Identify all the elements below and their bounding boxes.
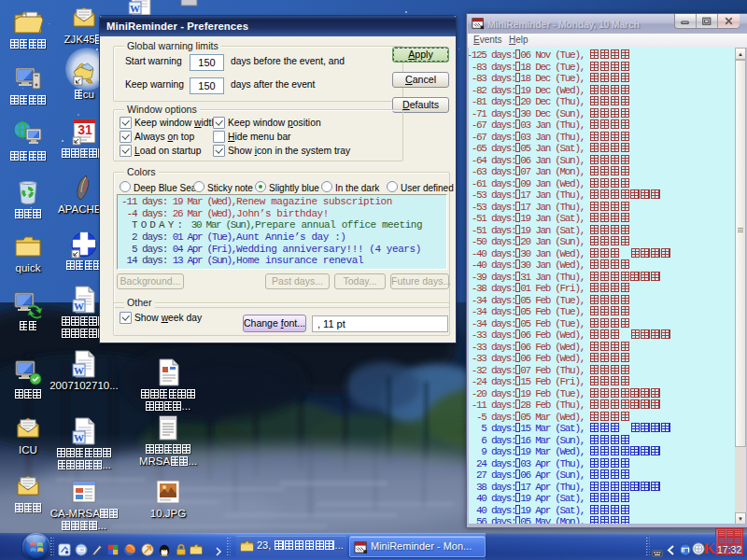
svg-text:W: W — [74, 301, 84, 312]
svg-text:W: W — [130, 3, 140, 14]
svg-text:31: 31 — [78, 122, 92, 137]
svg-text:W: W — [74, 365, 84, 376]
svg-text:W: W — [74, 432, 84, 443]
